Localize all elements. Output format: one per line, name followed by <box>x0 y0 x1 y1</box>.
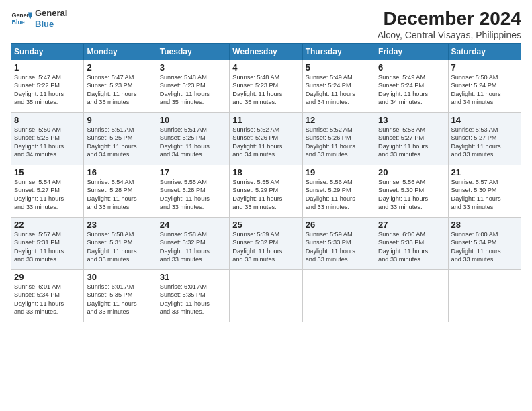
day-info: Sunrise: 5:57 AM Sunset: 5:31 PM Dayligh… <box>14 230 81 264</box>
day-number: 6 <box>378 62 445 73</box>
calendar-cell: 2Sunrise: 5:47 AM Sunset: 5:23 PM Daylig… <box>84 60 157 113</box>
calendar-cell: 17Sunrise: 5:55 AM Sunset: 5:28 PM Dayli… <box>157 165 229 218</box>
day-number: 25 <box>232 220 299 230</box>
day-info: Sunrise: 5:55 AM Sunset: 5:29 PM Dayligh… <box>232 178 299 212</box>
calendar-body: 1Sunrise: 5:47 AM Sunset: 5:22 PM Daylig… <box>11 60 521 322</box>
day-number: 3 <box>160 62 226 73</box>
day-info: Sunrise: 5:53 AM Sunset: 5:27 PM Dayligh… <box>451 126 518 159</box>
calendar-cell: 27Sunrise: 6:00 AM Sunset: 5:33 PM Dayli… <box>375 218 448 270</box>
calendar-week-1: 1Sunrise: 5:47 AM Sunset: 5:22 PM Daylig… <box>11 60 521 113</box>
calendar-week-5: 29Sunrise: 6:01 AM Sunset: 5:34 PM Dayli… <box>11 270 521 322</box>
day-number: 16 <box>87 167 153 177</box>
day-number: 31 <box>160 272 226 282</box>
day-number: 18 <box>232 167 299 177</box>
day-info: Sunrise: 5:53 AM Sunset: 5:27 PM Dayligh… <box>378 126 445 159</box>
calendar-cell: 23Sunrise: 5:58 AM Sunset: 5:31 PM Dayli… <box>84 218 157 270</box>
col-saturday: Saturday <box>448 44 521 60</box>
day-info: Sunrise: 5:58 AM Sunset: 5:32 PM Dayligh… <box>160 230 226 264</box>
day-number: 29 <box>14 272 81 282</box>
page-container: General Blue General Blue December 2024 … <box>0 0 532 328</box>
day-info: Sunrise: 5:54 AM Sunset: 5:27 PM Dayligh… <box>14 178 81 212</box>
day-number: 22 <box>14 220 81 230</box>
calendar-cell: 29Sunrise: 6:01 AM Sunset: 5:34 PM Dayli… <box>11 270 84 322</box>
calendar-week-2: 8Sunrise: 5:50 AM Sunset: 5:25 PM Daylig… <box>11 113 521 165</box>
calendar-cell <box>302 270 375 322</box>
day-info: Sunrise: 5:52 AM Sunset: 5:26 PM Dayligh… <box>232 126 299 159</box>
day-info: Sunrise: 5:57 AM Sunset: 5:30 PM Dayligh… <box>451 178 518 212</box>
calendar-cell: 9Sunrise: 5:51 AM Sunset: 5:25 PM Daylig… <box>84 113 157 165</box>
col-thursday: Thursday <box>302 44 375 60</box>
calendar-cell: 25Sunrise: 5:59 AM Sunset: 5:32 PM Dayli… <box>230 218 302 270</box>
day-info: Sunrise: 5:48 AM Sunset: 5:23 PM Dayligh… <box>232 73 299 107</box>
day-number: 2 <box>87 62 153 73</box>
calendar-cell <box>375 270 448 322</box>
col-sunday: Sunday <box>11 44 84 60</box>
calendar-cell: 6Sunrise: 5:49 AM Sunset: 5:24 PM Daylig… <box>375 60 448 113</box>
day-info: Sunrise: 5:47 AM Sunset: 5:22 PM Dayligh… <box>14 73 81 107</box>
day-info: Sunrise: 5:50 AM Sunset: 5:24 PM Dayligh… <box>451 73 518 107</box>
day-info: Sunrise: 5:52 AM Sunset: 5:26 PM Dayligh… <box>306 126 372 159</box>
calendar-cell: 8Sunrise: 5:50 AM Sunset: 5:25 PM Daylig… <box>11 113 84 165</box>
calendar-cell: 28Sunrise: 6:00 AM Sunset: 5:34 PM Dayli… <box>448 218 521 270</box>
calendar-week-3: 15Sunrise: 5:54 AM Sunset: 5:27 PM Dayli… <box>11 165 521 218</box>
calendar-cell: 31Sunrise: 6:01 AM Sunset: 5:35 PM Dayli… <box>157 270 229 322</box>
day-info: Sunrise: 5:47 AM Sunset: 5:23 PM Dayligh… <box>87 73 153 107</box>
logo-general: General <box>35 8 67 19</box>
day-number: 13 <box>378 115 445 125</box>
calendar-cell: 16Sunrise: 5:54 AM Sunset: 5:28 PM Dayli… <box>84 165 157 218</box>
col-friday: Friday <box>375 44 448 60</box>
day-info: Sunrise: 5:51 AM Sunset: 5:25 PM Dayligh… <box>160 126 226 159</box>
main-title: December 2024 <box>378 8 521 30</box>
calendar-cell: 20Sunrise: 5:56 AM Sunset: 5:30 PM Dayli… <box>375 165 448 218</box>
day-info: Sunrise: 6:01 AM Sunset: 5:35 PM Dayligh… <box>160 283 226 316</box>
calendar-cell: 5Sunrise: 5:49 AM Sunset: 5:24 PM Daylig… <box>302 60 375 113</box>
day-number: 14 <box>451 115 518 125</box>
title-block: December 2024 Alcoy, Central Visayas, Ph… <box>378 8 521 40</box>
calendar-table: Sunday Monday Tuesday Wednesday Thursday… <box>11 43 521 322</box>
calendar-cell: 15Sunrise: 5:54 AM Sunset: 5:27 PM Dayli… <box>11 165 84 218</box>
day-info: Sunrise: 5:58 AM Sunset: 5:31 PM Dayligh… <box>87 230 153 264</box>
logo: General Blue General Blue <box>11 8 67 30</box>
calendar-cell: 24Sunrise: 5:58 AM Sunset: 5:32 PM Dayli… <box>157 218 229 270</box>
day-number: 7 <box>451 62 518 73</box>
day-number: 5 <box>306 62 372 73</box>
day-info: Sunrise: 5:50 AM Sunset: 5:25 PM Dayligh… <box>14 126 81 159</box>
calendar-cell: 30Sunrise: 6:01 AM Sunset: 5:35 PM Dayli… <box>84 270 157 322</box>
day-number: 4 <box>232 62 299 73</box>
calendar-cell: 18Sunrise: 5:55 AM Sunset: 5:29 PM Dayli… <box>230 165 302 218</box>
calendar-cell: 21Sunrise: 5:57 AM Sunset: 5:30 PM Dayli… <box>448 165 521 218</box>
day-info: Sunrise: 5:59 AM Sunset: 5:32 PM Dayligh… <box>232 230 299 264</box>
day-info: Sunrise: 5:48 AM Sunset: 5:23 PM Dayligh… <box>160 73 226 107</box>
day-info: Sunrise: 5:49 AM Sunset: 5:24 PM Dayligh… <box>306 73 372 107</box>
day-number: 9 <box>87 115 153 125</box>
day-info: Sunrise: 5:56 AM Sunset: 5:30 PM Dayligh… <box>378 178 445 212</box>
day-number: 1 <box>14 62 81 73</box>
day-number: 19 <box>306 167 372 177</box>
calendar-cell: 3Sunrise: 5:48 AM Sunset: 5:23 PM Daylig… <box>157 60 229 113</box>
col-monday: Monday <box>84 44 157 60</box>
calendar-cell: 10Sunrise: 5:51 AM Sunset: 5:25 PM Dayli… <box>157 113 229 165</box>
calendar-cell: 1Sunrise: 5:47 AM Sunset: 5:22 PM Daylig… <box>11 60 84 113</box>
calendar-cell: 13Sunrise: 5:53 AM Sunset: 5:27 PM Dayli… <box>375 113 448 165</box>
subtitle: Alcoy, Central Visayas, Philippines <box>378 30 521 40</box>
day-number: 26 <box>306 220 372 230</box>
day-number: 8 <box>14 115 81 125</box>
logo-blue: Blue <box>35 19 67 30</box>
day-number: 11 <box>232 115 299 125</box>
day-number: 27 <box>378 220 445 230</box>
calendar-week-4: 22Sunrise: 5:57 AM Sunset: 5:31 PM Dayli… <box>11 218 521 270</box>
calendar-cell: 7Sunrise: 5:50 AM Sunset: 5:24 PM Daylig… <box>448 60 521 113</box>
calendar-header-row: Sunday Monday Tuesday Wednesday Thursday… <box>11 44 521 60</box>
day-number: 20 <box>378 167 445 177</box>
day-number: 28 <box>451 220 518 230</box>
day-number: 30 <box>87 272 153 282</box>
day-info: Sunrise: 6:01 AM Sunset: 5:34 PM Dayligh… <box>14 283 81 316</box>
col-wednesday: Wednesday <box>230 44 302 60</box>
calendar-cell: 11Sunrise: 5:52 AM Sunset: 5:26 PM Dayli… <box>230 113 302 165</box>
calendar-cell: 14Sunrise: 5:53 AM Sunset: 5:27 PM Dayli… <box>448 113 521 165</box>
calendar-cell <box>448 270 521 322</box>
day-number: 15 <box>14 167 81 177</box>
day-info: Sunrise: 5:54 AM Sunset: 5:28 PM Dayligh… <box>87 178 153 212</box>
calendar-cell: 26Sunrise: 5:59 AM Sunset: 5:33 PM Dayli… <box>302 218 375 270</box>
header: General Blue General Blue December 2024 … <box>11 8 521 40</box>
